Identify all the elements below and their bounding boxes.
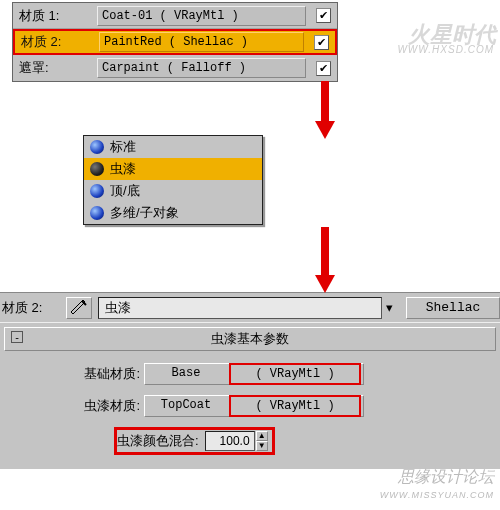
material-slot-1: 材质 1: Coat-01 ( VRayMtl ) ✔ xyxy=(13,3,337,29)
param-name: TopCoat xyxy=(145,396,227,416)
menu-item-label: 虫漆 xyxy=(110,160,136,178)
mask-checkbox[interactable]: ✔ xyxy=(316,61,331,76)
color-blend-row: 虫漆颜色混合: 100.0 ▲ ▼ xyxy=(114,427,496,455)
material-type-menu: 标准 虫漆 顶/底 多维/子对象 xyxy=(83,135,263,225)
shellac-params-panel: - 虫漆基本参数 基础材质: Base ( VRayMtl ) 虫漆材质: To… xyxy=(0,322,500,469)
color-blend-input[interactable]: 100.0 xyxy=(205,431,255,451)
base-material-button[interactable]: Base ( VRayMtl ) xyxy=(144,363,364,385)
param-label: 虫漆材质: xyxy=(54,397,144,415)
slot-checkbox-2[interactable]: ✔ xyxy=(314,35,329,50)
menu-item-label: 标准 xyxy=(110,138,136,156)
menu-item-standard[interactable]: 标准 xyxy=(84,136,262,158)
param-type: ( VRayMtl ) xyxy=(229,363,361,385)
sphere-icon xyxy=(90,140,104,154)
panel-title: 虫漆基本参数 xyxy=(211,331,289,346)
slot-label: 遮罩: xyxy=(13,59,93,77)
param-label: 虫漆颜色混合: xyxy=(117,432,205,450)
slot-label: 材质 2: xyxy=(15,33,95,51)
annotation-arrow-2 xyxy=(150,227,500,293)
eyedropper-icon xyxy=(71,300,87,316)
watermark-logo-2: 思缘设计论坛 xyxy=(398,467,494,488)
material-slot-2: 材质 2: PaintRed ( Shellac ) ✔ xyxy=(13,29,337,55)
watermark-url-2: WWW.MISSYUAN.COM xyxy=(380,490,494,500)
collapse-icon[interactable]: - xyxy=(11,331,23,343)
slot-label: 材质 1: xyxy=(13,7,93,25)
menu-item-topbottom[interactable]: 顶/底 xyxy=(84,180,262,202)
spinner-down[interactable]: ▼ xyxy=(256,441,268,451)
menu-item-shellac[interactable]: 虫漆 xyxy=(84,158,262,180)
slot-checkbox-1[interactable]: ✔ xyxy=(316,8,331,23)
base-material-row: 基础材质: Base ( VRayMtl ) xyxy=(54,363,496,385)
slot-button-1[interactable]: Coat-01 ( VRayMtl ) xyxy=(97,6,306,26)
param-name: Base xyxy=(145,364,227,384)
watermark-logo-1: 火星时代 xyxy=(408,20,496,50)
sphere-icon xyxy=(90,184,104,198)
material-name-input[interactable]: 虫漆 xyxy=(98,297,382,319)
material-type-button[interactable]: Shellac xyxy=(406,297,500,319)
color-blend-spinner: 100.0 ▲ ▼ xyxy=(205,431,268,451)
spinner-up[interactable]: ▲ xyxy=(256,431,268,441)
eyedropper-button[interactable] xyxy=(66,297,92,319)
mask-slot: 遮罩: Carpaint ( Falloff ) ✔ xyxy=(13,55,337,81)
param-label: 基础材质: xyxy=(54,365,144,383)
sphere-icon xyxy=(90,206,104,220)
dropdown-arrow-icon[interactable]: ▾ xyxy=(382,300,396,315)
material-slots-panel: 材质 1: Coat-01 ( VRayMtl ) ✔ 材质 2: PaintR… xyxy=(12,2,338,82)
slot-button-2[interactable]: PaintRed ( Shellac ) xyxy=(99,32,304,52)
menu-item-label: 多维/子对象 xyxy=(110,204,179,222)
shellac-material-button[interactable]: TopCoat ( VRayMtl ) xyxy=(144,395,364,417)
param-type: ( VRayMtl ) xyxy=(229,395,361,417)
menu-item-multisub[interactable]: 多维/子对象 xyxy=(84,202,262,224)
watermark-url-1: WWW.HXSD.COM xyxy=(397,44,494,55)
bar-label: 材质 2: xyxy=(0,299,60,317)
annotation-arrow-1 xyxy=(150,81,500,139)
menu-item-label: 顶/底 xyxy=(110,182,140,200)
color-blend-highlight: 虫漆颜色混合: 100.0 ▲ ▼ xyxy=(114,427,275,455)
panel-header[interactable]: - 虫漆基本参数 xyxy=(4,327,496,351)
mask-button[interactable]: Carpaint ( Falloff ) xyxy=(97,58,306,78)
sphere-icon xyxy=(90,162,104,176)
shellac-material-row: 虫漆材质: TopCoat ( VRayMtl ) xyxy=(54,395,496,417)
material-name-bar: 材质 2: 虫漆 ▾ Shellac xyxy=(0,292,500,322)
spinner-buttons: ▲ ▼ xyxy=(256,431,268,451)
